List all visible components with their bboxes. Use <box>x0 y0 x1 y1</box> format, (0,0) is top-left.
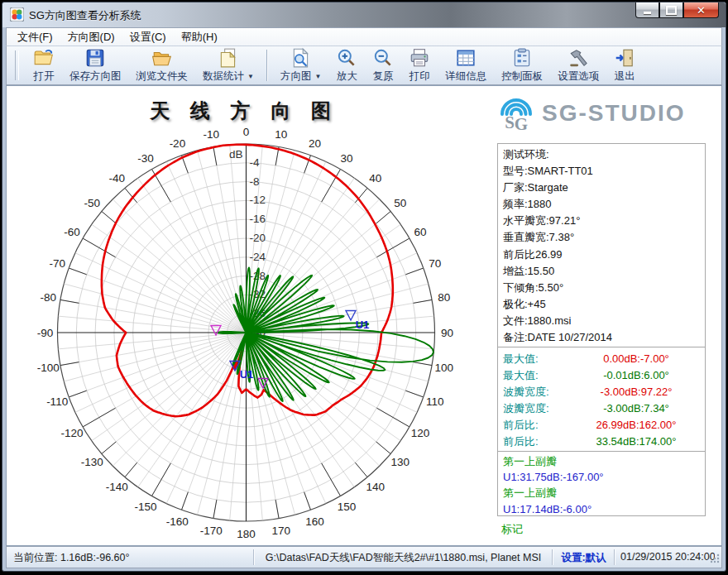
toolbar-button-label: 打开 <box>34 69 55 84</box>
options-hammer-icon <box>568 47 589 69</box>
sg-studio-logo-icon: S G <box>496 92 537 135</box>
svg-text:S: S <box>505 113 515 132</box>
exit-door-icon <box>614 47 635 69</box>
status-datetime: 01/29/2015 20:24:00 <box>620 551 715 563</box>
env-line: 备注:DATE 10/27/2014 <box>503 329 705 346</box>
env-line: 文件:1880.msi <box>503 313 705 329</box>
close-button[interactable]: ✕ <box>683 2 719 18</box>
toolbar-button-restore[interactable]: 复原 <box>365 46 401 85</box>
details-table-icon <box>455 47 477 69</box>
menu-item-pattern[interactable]: 方向图(D) <box>60 28 122 46</box>
toolbar-button-label: 控制面板 <box>501 69 543 84</box>
measure-row: 前后比:26.99dB:162.00° <box>503 417 705 434</box>
toolbar-button-label: 数据统计▼ <box>203 69 254 84</box>
sidelobe-section: 第一上副瓣U1:31.75dB:-167.00°第一上副瓣U1:17.14dB:… <box>498 451 705 515</box>
menu-item-settings[interactable]: 设置(C) <box>122 28 174 46</box>
data-stats-icon <box>218 47 239 69</box>
toolbar-button-exit[interactable]: 退出 <box>606 46 643 85</box>
env-line: 型号:SMART-TT01 <box>503 163 705 180</box>
toolbar-button-label: 浏览文件夹 <box>136 69 189 84</box>
toolbar-button-label: 打印 <box>410 69 430 84</box>
measure-label: 前后比: <box>503 434 568 450</box>
minimize-icon <box>644 12 651 14</box>
measure-value: 26.99dB:162.00° <box>568 417 705 434</box>
maximize-button[interactable] <box>659 2 683 18</box>
sidelobe-value: U1:31.75dB:-167.00° <box>503 469 705 485</box>
title-bar[interactable]: SG方向图查看分析系统 ✕ <box>2 2 726 27</box>
toolbar-separator <box>266 50 268 81</box>
toolbar-button-label: 详细信息 <box>445 69 486 84</box>
status-bar: 当前位置: 1.16dB:-96.60° G:\Datas\FAD天线\FAD智… <box>6 546 722 568</box>
toolbar-button-details[interactable]: 详细信息 <box>438 46 494 85</box>
toolbar-button-browse-folder[interactable]: 浏览文件夹 <box>129 46 196 85</box>
test-environment-section: 测试环境:型号:SMART-TT01厂家:Stargate频率:1880水平瓣宽… <box>498 144 705 347</box>
mark-label: 标记 <box>501 522 523 537</box>
save-icon <box>84 47 106 69</box>
measure-value: -0.01dB:6.00° <box>568 367 705 384</box>
chart-title: 天 线 方 向 图 <box>115 98 373 124</box>
menu-item-file[interactable]: 文件(F) <box>10 28 60 46</box>
logo-text: SG-STUDIO <box>542 100 686 127</box>
env-line: 前后比26.99 <box>503 247 705 263</box>
logo: S G SG-STUDIO <box>496 90 707 137</box>
svg-text:G: G <box>515 114 528 132</box>
chevron-down-icon[interactable]: ▼ <box>247 73 254 80</box>
measure-label: 最大值: <box>503 351 568 367</box>
env-line: 频率:1880 <box>503 196 705 213</box>
toolbar-button-save-pattern[interactable]: 保存方向图 <box>62 46 129 85</box>
application-window: SG方向图查看分析系统 ✕ 文件(F)方向图(D)设置(C)帮助(H) 打开保存… <box>2 2 726 572</box>
open-folder-icon <box>33 47 55 69</box>
toolbar-button-open[interactable]: 打开 <box>26 46 62 85</box>
toolbar-button-pattern-view[interactable]: 方向图▼ <box>273 46 328 85</box>
toolbar-button-label: 复原 <box>373 69 394 84</box>
toolbar-button-label: 设置选项 <box>558 69 599 84</box>
control-panel-icon <box>511 47 533 69</box>
status-file-path: G:\Datas\FAD天线\FAD智能天线2#\#1\1880.msi, Pl… <box>255 551 552 565</box>
env-line: 下倾角:5.50° <box>503 280 705 296</box>
window-controls: ✕ <box>635 2 719 18</box>
zoom-in-icon <box>336 47 357 69</box>
measure-label: 前后比: <box>503 417 568 434</box>
sidelobe-title: 第一上副瓣 <box>503 453 705 469</box>
measure-value: 33.54dB:174.00° <box>568 434 705 450</box>
measure-value: 0.00dB:-7.00° <box>568 351 705 367</box>
app-icon <box>10 7 24 22</box>
toolbar-grip[interactable] <box>15 50 19 80</box>
toolbar-button-data-stats[interactable]: 数据统计▼ <box>195 46 261 85</box>
measure-label: 波瓣宽度: <box>503 384 568 400</box>
measure-value: -3.00dB:97.22° <box>568 384 705 400</box>
minimize-button[interactable] <box>635 2 659 18</box>
browse-folder-icon <box>151 47 173 69</box>
toolbar-button-label: 保存方向图 <box>69 69 122 84</box>
measure-row: 波瓣宽度:-3.00dB:7.34° <box>503 400 705 417</box>
status-settings[interactable]: 设置:默认 <box>553 551 614 565</box>
measure-label: 波瓣宽度: <box>503 400 568 417</box>
resize-grip[interactable] <box>709 553 721 567</box>
sidelobe-title: 第一上副瓣 <box>503 485 705 501</box>
measure-value: -3.00dB:7.34° <box>568 400 705 417</box>
toolbar-button-print[interactable]: 打印 <box>401 46 438 85</box>
status-current-position: 当前位置: 1.16dB:-96.60° <box>13 551 129 565</box>
measure-row: 波瓣宽度:-3.00dB:97.22° <box>503 384 705 400</box>
toolbar: 打开保存方向图浏览文件夹数据统计▼方向图▼放大复原打印详细信息控制面板设置选项退… <box>6 46 722 85</box>
measure-row: 最大值:-0.01dB:6.00° <box>503 367 705 384</box>
status-separator <box>614 549 615 565</box>
toolbar-button-label: 方向图▼ <box>280 69 321 84</box>
chevron-down-icon[interactable]: ▼ <box>314 73 321 80</box>
menu-item-help[interactable]: 帮助(H) <box>174 28 225 46</box>
env-line: 极化:+45 <box>503 296 705 313</box>
measure-row: 前后比:33.54dB:174.00° <box>503 434 705 450</box>
sidelobe-value: U1:17.14dB:-6.00° <box>503 501 705 517</box>
env-line: 厂家:Stargate <box>503 180 705 196</box>
toolbar-button-options[interactable]: 设置选项 <box>550 46 606 85</box>
env-line: 增益:15.50 <box>503 263 705 280</box>
toolbar-button-zoom-in[interactable]: 放大 <box>328 46 365 85</box>
toolbar-button-label: 退出 <box>615 69 635 84</box>
toolbar-button-label: 放大 <box>337 69 357 84</box>
window-title: SG方向图查看分析系统 <box>29 8 141 23</box>
menu-bar: 文件(F)方向图(D)设置(C)帮助(H) <box>6 27 722 46</box>
toolbar-button-control-panel[interactable]: 控制面板 <box>494 46 550 85</box>
info-panel: 测试环境:型号:SMART-TT01厂家:Stargate频率:1880水平瓣宽… <box>497 143 706 516</box>
env-line: 垂直瓣宽:7.38° <box>503 229 705 246</box>
measure-label: 最大值: <box>503 367 568 384</box>
